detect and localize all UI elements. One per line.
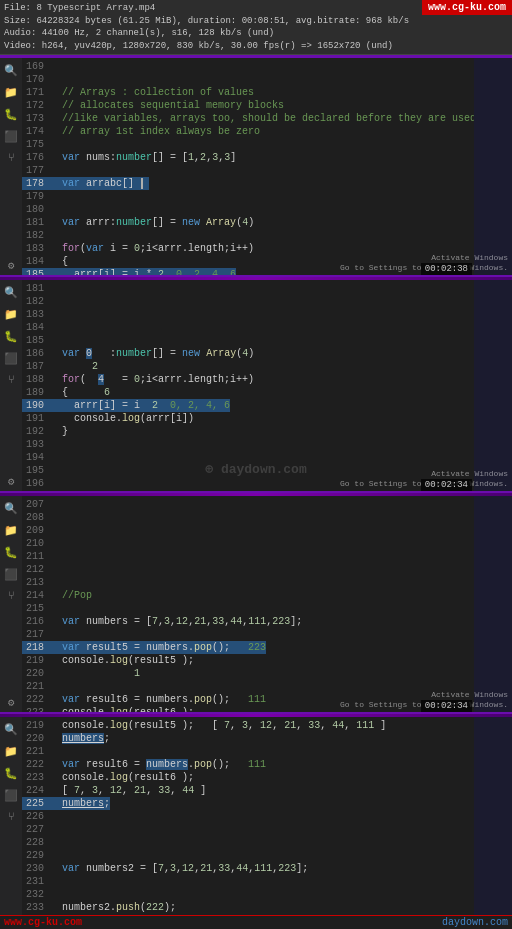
search-icon-3[interactable]: 🔍 [3,500,19,516]
timestamp-1: 00:02:38 [421,263,472,275]
git-icon-3[interactable]: ⑂ [3,588,19,604]
panel-3: 🔍 📁 🐛 ⬛ ⑂ ⚙ 207 208 209 210 211 212 213 … [0,496,512,714]
explorer-icon-4[interactable]: 📁 [3,743,19,759]
code-panel-4: 219 console.log(result5 ); [ 7, 3, 12, 2… [22,717,474,929]
bottom-bar: www.cg-ku.com daydown.com [0,915,512,929]
timestamp-3: 00:02:34 [421,700,472,712]
settings-icon-3[interactable]: ⚙ [3,694,19,710]
extensions-icon-2[interactable]: ⬛ [3,350,19,366]
panel-4: 🔍 📁 🐛 ⬛ ⑂ ⚙ 219 console.log(result5 ); [… [0,717,512,929]
code-panel-3: 207 208 209 210 211 212 213 214 //Pop 21… [22,496,474,714]
panel-1: 🔍 📁 🐛 ⬛ ⑂ ⚙ 169 170 171 // Arrays : coll… [0,55,512,277]
timestamp-2: 00:02:34 [421,479,472,491]
thumb-strip-3 [474,496,512,714]
thumb-strip-1 [474,58,512,277]
sidebar-1: 🔍 📁 🐛 ⬛ ⑂ ⚙ [0,58,22,277]
debug-icon-3[interactable]: 🐛 [3,544,19,560]
settings-icon-2[interactable]: ⚙ [3,473,19,489]
debug-icon-2[interactable]: 🐛 [3,328,19,344]
git-icon-2[interactable]: ⑂ [3,372,19,388]
search-icon[interactable]: 🔍 [3,62,19,78]
panel-2: 🔍 📁 🐛 ⬛ ⑂ ⚙ 181 182 183 184 185 186 var … [0,280,512,493]
explorer-icon[interactable]: 📁 [3,84,19,100]
sidebar-3: 🔍 📁 🐛 ⬛ ⑂ ⚙ [0,496,22,714]
thumb-strip-2 [474,280,512,493]
git-icon[interactable]: ⑂ [3,150,19,166]
extensions-icon-4[interactable]: ⬛ [3,787,19,803]
watermark-daydown-2: ⊕ daydown.com [205,461,306,477]
bottom-watermark-right: daydown.com [442,917,508,928]
debug-icon[interactable]: 🐛 [3,106,19,122]
sidebar-2: 🔍 📁 🐛 ⬛ ⑂ ⚙ [0,280,22,493]
explorer-icon-3[interactable]: 📁 [3,522,19,538]
sidebar-4: 🔍 📁 🐛 ⬛ ⑂ ⚙ [0,717,22,929]
thumb-strip-4 [474,717,512,929]
code-panel-1: 169 170 171 // Arrays : collection of va… [22,58,474,277]
explorer-icon-2[interactable]: 📁 [3,306,19,322]
extensions-icon[interactable]: ⬛ [3,128,19,144]
search-icon-4[interactable]: 🔍 [3,721,19,737]
bottom-watermark-left: www.cg-ku.com [4,917,82,928]
settings-icon[interactable]: ⚙ [3,257,19,273]
extensions-icon-3[interactable]: ⬛ [3,566,19,582]
search-icon-2[interactable]: 🔍 [3,284,19,300]
debug-icon-4[interactable]: 🐛 [3,765,19,781]
watermark-top-right: www.cg-ku.com [422,0,512,15]
git-icon-4[interactable]: ⑂ [3,809,19,825]
